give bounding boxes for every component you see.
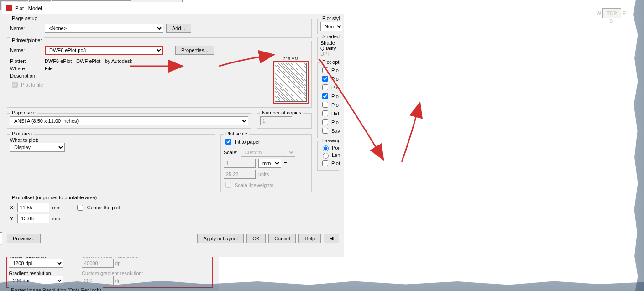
dpi2: dpi <box>115 278 122 283</box>
viewcube-s: S <box>597 18 626 24</box>
center-label: Center the plot <box>87 205 120 210</box>
opt4[interactable] <box>322 93 328 99</box>
plot-titlebar[interactable]: Plot - Model <box>2 2 344 14</box>
page-setup-name-label: Name: <box>10 26 42 31</box>
paper-preview-frame <box>273 61 309 104</box>
printer-name-select[interactable]: DWF6 ePlot.pc3 <box>45 46 163 55</box>
scale-lineweights-checkbox <box>225 182 231 188</box>
copies-group: Number of copies <box>257 113 312 129</box>
what-to-plot-select[interactable]: Display <box>10 143 65 152</box>
scale-legend: Plot scale <box>224 131 249 136</box>
style-select[interactable]: None <box>320 22 342 31</box>
plot-to-file-checkbox <box>12 82 18 88</box>
opt3[interactable] <box>322 84 328 90</box>
preview-width: 216 MM <box>273 57 309 61</box>
plot-dialog: Plot - Model Page setup Name: <None> Add… <box>2 2 344 257</box>
preview-button[interactable]: Preview... <box>7 234 41 243</box>
plot-title: Plot - Model <box>15 5 340 11</box>
opt8-lbl: Sav <box>331 128 340 134</box>
custom-grad-label: Custom gradient resolution: <box>82 270 143 276</box>
y-mm: mm <box>52 216 60 221</box>
style-legend: Plot styl <box>320 16 342 21</box>
printer-name-label: Name: <box>10 47 42 53</box>
desc-label: Description: <box>10 73 42 78</box>
drawing-legend: Drawing <box>320 138 342 143</box>
shaded-legend: Shaded <box>320 34 341 39</box>
expand-button[interactable]: ◀ <box>324 234 339 243</box>
upside-checkbox[interactable] <box>322 160 328 166</box>
viewcube-w: W <box>597 10 601 16</box>
paper-legend: Paper size <box>10 110 37 115</box>
opt1[interactable] <box>322 67 328 73</box>
printer-group: Printer/plotter Name: DWF6 ePlot.pc3 Pro… <box>7 41 312 108</box>
center-plot-checkbox[interactable] <box>77 205 83 211</box>
opt2-lbl: Plo <box>331 76 339 82</box>
dpi1: dpi <box>115 260 122 266</box>
what-to-plot-label: What to plot: <box>10 137 212 143</box>
gradient-res-label: Gradient resolution: <box>9 270 63 276</box>
add-button[interactable]: Add... <box>166 24 191 33</box>
scale-units-input <box>224 170 256 179</box>
plotter-value: DWF6 ePlot - DWF ePlot - by Autodesk <box>45 58 132 64</box>
copies-label: Number of copies <box>260 110 303 115</box>
x-label: X: <box>10 205 15 210</box>
lan-lbl: Lan <box>332 152 340 158</box>
scale-label: Scale: <box>224 150 238 155</box>
plot-help-button[interactable]: Help <box>298 234 321 243</box>
units-label: units <box>258 171 269 177</box>
printer-legend: Printer/plotter <box>10 37 44 43</box>
portrait-radio[interactable] <box>323 146 329 151</box>
y-label: Y: <box>10 216 15 221</box>
dpi-label: DPI <box>320 51 336 57</box>
scale-select: Custom <box>241 148 295 157</box>
copies-input <box>260 116 292 125</box>
x-input[interactable] <box>17 203 49 212</box>
drawing-orient-group: Drawing Por Lan Plot <box>317 141 339 171</box>
opt4-lbl: Plo <box>331 94 339 99</box>
apply-layout-button[interactable]: Apply to Layout <box>197 234 244 243</box>
plot-ok-button[interactable]: OK <box>246 234 266 243</box>
viewcube[interactable]: W TOP E S <box>597 8 626 24</box>
vector-res-select[interactable]: 1200 dpi <box>9 259 63 268</box>
opt7[interactable] <box>322 119 328 125</box>
shaded-group: Shaded Shade Quality DPI <box>317 37 339 60</box>
y-input[interactable] <box>17 214 49 223</box>
page-setup-legend: Page setup <box>10 16 39 21</box>
plot-cancel-button[interactable]: Cancel <box>268 234 296 243</box>
x-mm: mm <box>52 205 60 210</box>
opt5-lbl: Plo <box>331 102 339 108</box>
fit-to-paper-checkbox[interactable] <box>225 139 231 145</box>
scale-num-input <box>224 159 256 168</box>
viewcube-e: E <box>623 10 626 16</box>
equals-label: = <box>284 161 287 166</box>
plot-scale-group: Plot scale Fit to paper Scale:Custom mm=… <box>220 134 312 192</box>
fit-label: Fit to paper <box>235 139 260 145</box>
opt6-lbl: Hid <box>331 111 339 116</box>
opt3-lbl: Plo <box>331 85 339 90</box>
area-legend: Plot area <box>10 131 34 136</box>
page-setup-name-select[interactable]: <None> <box>45 24 163 33</box>
landscape-radio[interactable] <box>323 153 329 159</box>
opt1-lbl: Plo <box>331 68 339 73</box>
upside-lbl: Plot <box>331 161 340 166</box>
paper-size-select[interactable]: ANSI A (8.50 x 11.00 Inches) <box>10 116 248 125</box>
torn-edge-right <box>630 0 644 291</box>
where-value: File <box>45 66 53 71</box>
page-setup-group: Page setup Name: <None> Add... <box>7 19 312 38</box>
offset-legend: Plot offset (origin set to printable are… <box>10 195 99 200</box>
quality-label: Quality <box>320 46 336 51</box>
options-legend: Plot opti <box>320 59 342 65</box>
opt2[interactable] <box>322 76 328 82</box>
offset-group: Plot offset (origin set to printable are… <box>7 198 139 228</box>
viewcube-top-face[interactable]: TOP <box>602 8 621 18</box>
autocad-icon <box>6 5 12 11</box>
plot-area-group: Plot area What to plot: Display <box>7 134 215 192</box>
opt8[interactable] <box>322 128 328 134</box>
plot-style-group: Plot styl None <box>317 19 339 34</box>
properties-button[interactable]: Properties... <box>175 46 214 55</box>
scale-unit-select[interactable]: mm <box>258 159 281 168</box>
por-lbl: Por <box>332 145 340 151</box>
opt5[interactable] <box>322 102 328 108</box>
opt6[interactable] <box>322 110 328 116</box>
paper-size-group: Paper size ANSI A (8.50 x 11.00 Inches) <box>7 113 251 129</box>
